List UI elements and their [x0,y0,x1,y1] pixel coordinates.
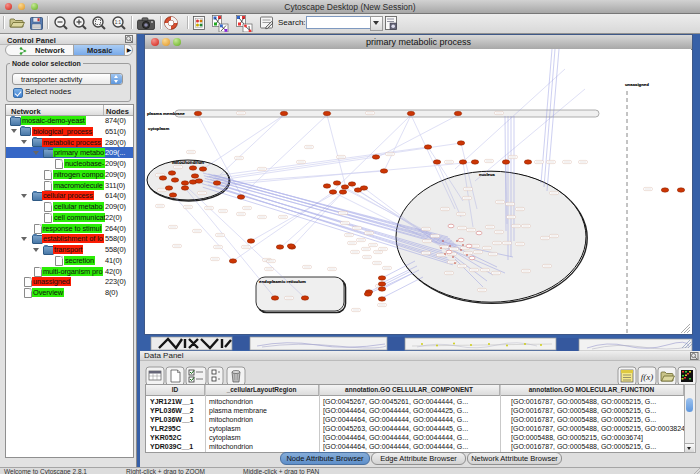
svg-text:unassigned: unassigned [625,82,649,87]
svg-text:mitochondrion: mitochondrion [172,160,204,165]
svg-text:endoplasmic reticulum: endoplasmic reticulum [259,279,306,284]
svg-text:f(x): f(x) [641,372,654,382]
svg-text:cytoplasm: cytoplasm [148,126,169,131]
svg-text:plasma membrane: plasma membrane [147,111,185,116]
svg-text:1:1: 1:1 [115,20,122,25]
